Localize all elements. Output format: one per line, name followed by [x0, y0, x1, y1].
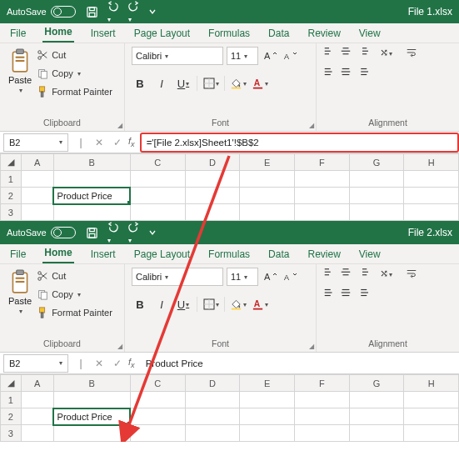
orientation-button[interactable]: ⤭▾: [380, 268, 392, 279]
spreadsheet-grid[interactable]: ◢ABCDEFGH 12Product Price3: [0, 153, 459, 221]
align-center-button[interactable]: [340, 287, 352, 301]
tab-formulas[interactable]: Formulas: [207, 245, 252, 263]
col-header[interactable]: D: [185, 375, 240, 392]
cut-button[interactable]: Cut: [37, 47, 112, 63]
cell-F1[interactable]: [294, 392, 349, 408]
fill-color-button[interactable]: ▾: [230, 75, 247, 92]
italic-button[interactable]: I: [153, 75, 170, 92]
cell-F3[interactable]: [294, 204, 349, 221]
cell-B2[interactable]: Product Price: [53, 188, 130, 204]
col-header[interactable]: C: [130, 154, 185, 171]
align-right-button[interactable]: [357, 287, 368, 301]
dialog-launcher-icon[interactable]: ◢: [117, 122, 122, 129]
fill-color-button[interactable]: ▾: [230, 296, 247, 313]
borders-button[interactable]: ▾: [202, 75, 219, 92]
tab-data[interactable]: Data: [267, 24, 291, 43]
accept-formula-button[interactable]: ✓: [108, 137, 127, 148]
col-header[interactable]: F: [294, 375, 349, 392]
copy-button[interactable]: Copy▾: [37, 286, 112, 303]
col-header[interactable]: H: [404, 375, 459, 392]
cell-B1[interactable]: [53, 171, 130, 188]
col-header[interactable]: B: [53, 375, 130, 392]
col-header[interactable]: C: [130, 375, 185, 392]
align-middle-button[interactable]: [340, 268, 352, 282]
qat-customize-icon[interactable]: [148, 8, 157, 16]
cell-A3[interactable]: [21, 204, 53, 221]
cell-C1[interactable]: [130, 171, 185, 188]
cell-G3[interactable]: [349, 425, 404, 442]
cell-H1[interactable]: [404, 392, 459, 408]
tab-file[interactable]: File: [8, 245, 27, 263]
cell-D2[interactable]: [185, 188, 240, 204]
qat-customize-icon[interactable]: [148, 228, 157, 237]
name-box[interactable]: B2▾: [3, 133, 68, 152]
cell-E3[interactable]: [240, 204, 295, 221]
tab-data[interactable]: Data: [267, 245, 291, 263]
save-icon[interactable]: [86, 227, 98, 239]
row-header[interactable]: 1: [1, 392, 22, 408]
row-header[interactable]: 3: [1, 425, 22, 442]
font-name-select[interactable]: Calibri▾: [132, 268, 223, 286]
tab-formulas[interactable]: Formulas: [207, 24, 252, 43]
font-color-button[interactable]: A▾: [252, 296, 268, 313]
cut-button[interactable]: Cut: [37, 268, 112, 284]
tab-home[interactable]: Home: [42, 243, 73, 263]
align-top-button[interactable]: [323, 47, 335, 61]
decrease-font-button[interactable]: A: [282, 48, 298, 64]
cell-E3[interactable]: [240, 425, 295, 442]
font-size-select[interactable]: 11▾: [227, 47, 258, 65]
cell-D3[interactable]: [185, 204, 240, 221]
cell-F1[interactable]: [294, 171, 349, 188]
orientation-button[interactable]: ⤭▾: [380, 47, 392, 58]
cell-G2[interactable]: [349, 408, 404, 425]
cell-H2[interactable]: [404, 408, 459, 425]
cell-D1[interactable]: [185, 171, 240, 188]
increase-font-button[interactable]: A: [262, 268, 278, 285]
align-left-button[interactable]: [323, 287, 335, 301]
cancel-formula-button[interactable]: ✕: [90, 137, 108, 148]
cell-C3[interactable]: [130, 425, 185, 442]
cell-E1[interactable]: [240, 171, 295, 188]
paste-button[interactable]: Paste ▾: [7, 47, 33, 96]
cell-C2[interactable]: [130, 408, 185, 425]
redo-icon[interactable]: ▾: [127, 221, 140, 244]
bold-button[interactable]: B: [132, 296, 148, 313]
dialog-launcher-icon[interactable]: ◢: [309, 122, 314, 129]
bold-button[interactable]: B: [132, 75, 148, 92]
tab-view[interactable]: View: [357, 245, 382, 263]
redo-icon[interactable]: ▾: [127, 0, 140, 23]
cell-C2[interactable]: [130, 188, 185, 204]
undo-icon[interactable]: ▾: [107, 221, 119, 244]
row-header[interactable]: 1: [1, 171, 22, 188]
dialog-launcher-icon[interactable]: ◢: [309, 343, 314, 350]
decrease-font-button[interactable]: A: [282, 268, 298, 285]
cell-D1[interactable]: [185, 392, 240, 408]
borders-button[interactable]: ▾: [202, 296, 219, 313]
align-top-button[interactable]: [323, 268, 335, 282]
save-icon[interactable]: [86, 6, 98, 18]
italic-button[interactable]: I: [153, 296, 170, 313]
cell-C1[interactable]: [130, 392, 185, 408]
name-box[interactable]: B2▾: [3, 354, 68, 373]
autosave-toggle[interactable]: [51, 227, 76, 238]
row-header[interactable]: 3: [1, 204, 22, 221]
col-header[interactable]: G: [349, 375, 404, 392]
tab-insert[interactable]: Insert: [89, 24, 117, 43]
cell-H2[interactable]: [404, 188, 459, 204]
font-size-select[interactable]: 11▾: [227, 268, 258, 286]
col-header[interactable]: B: [53, 154, 130, 171]
col-header[interactable]: A: [21, 375, 53, 392]
undo-icon[interactable]: ▾: [107, 0, 119, 23]
col-header[interactable]: E: [240, 154, 295, 171]
tab-insert[interactable]: Insert: [89, 245, 117, 263]
cell-B3[interactable]: [53, 425, 130, 442]
tab-home[interactable]: Home: [42, 23, 73, 43]
col-header[interactable]: D: [185, 154, 240, 171]
cell-F2[interactable]: [294, 188, 349, 204]
row-header[interactable]: 2: [1, 408, 22, 425]
align-middle-button[interactable]: [340, 47, 352, 61]
cell-B2[interactable]: Product Price: [53, 408, 130, 425]
cell-H1[interactable]: [404, 171, 459, 188]
cell-G3[interactable]: [349, 204, 404, 221]
formula-input[interactable]: ='[File 2.xlsx]Sheet1'!$B$2: [140, 133, 459, 153]
